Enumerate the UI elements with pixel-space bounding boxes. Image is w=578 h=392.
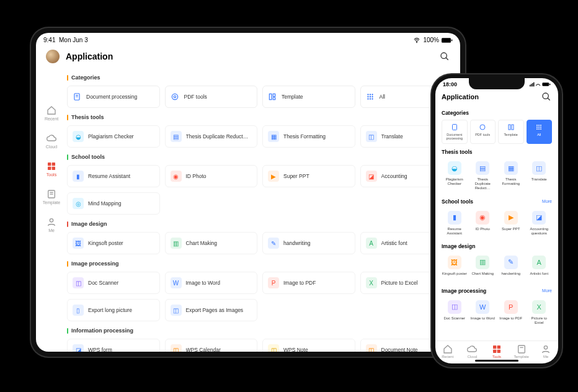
tool-picture-to-excel[interactable]: XPicture to Excel	[527, 298, 553, 327]
svg-rect-6	[52, 163, 55, 166]
svg-point-50	[540, 128, 541, 130]
tool-super-ppt[interactable]: ▶Super PPT	[498, 208, 524, 238]
ppt-icon: ▶	[268, 171, 279, 182]
phone-header: Application	[435, 89, 558, 105]
brush-icon: ✎	[268, 238, 279, 249]
search-button[interactable]	[541, 91, 552, 102]
school-tools-grid: ▮Resume Assistant ◉ID Photo ▶Super PPT ◪…	[442, 208, 552, 238]
tool-export-long-picture[interactable]: ▯Export long picture	[67, 299, 160, 321]
category-document-processing[interactable]: Document processing	[442, 120, 468, 144]
category-document-processing[interactable]: Document processing	[67, 86, 160, 108]
category-pdf-tools[interactable]: PDF tools	[470, 120, 496, 144]
tool-thesis-formatting[interactable]: ▦Thesis Formatting	[498, 159, 524, 194]
status-left: 9:41 Mon Jun 3	[43, 37, 88, 43]
tab-me[interactable]: Me	[533, 344, 558, 359]
tool-wps-calendar[interactable]: ◫WPS Calendar	[165, 339, 258, 352]
category-all[interactable]: All	[527, 120, 553, 144]
image-processing-grid: ◫Doc Scanner WImage to Word PImage to PD…	[67, 272, 453, 321]
tool-thesis-formatting[interactable]: ▦Thesis Formatting	[262, 125, 355, 148]
tab-tools[interactable]: Tools	[484, 344, 509, 359]
tool-id-photo[interactable]: ◉ID Photo	[165, 165, 258, 187]
sidebar-recent[interactable]: Recent	[45, 105, 58, 121]
tool-doc-scanner[interactable]: ◫Doc Scanner	[67, 272, 160, 294]
search-button[interactable]	[439, 51, 450, 62]
tool-chart-making[interactable]: ▥Chart Making	[165, 232, 258, 254]
tool-plagiarism-checker[interactable]: ◒Plagiarism Checker	[442, 159, 468, 194]
grid-icon	[47, 161, 56, 171]
tool-accounting-questions[interactable]: ◪Accounting questions	[527, 208, 553, 238]
category-template[interactable]: Template	[262, 86, 355, 108]
tool-chart-making[interactable]: ▥Chart Making	[470, 253, 496, 283]
notch	[469, 78, 525, 89]
tab-template[interactable]: Template	[509, 344, 534, 359]
tool-image-to-word[interactable]: WImage to Word	[165, 272, 258, 294]
category-row: Document processing PDF tools Template A…	[67, 86, 453, 108]
tool-label: Translate	[381, 133, 403, 140]
svg-point-0	[417, 42, 417, 42]
tool-label: Picture to Excel	[527, 316, 553, 325]
tool-translate[interactable]: ◫Translate	[527, 159, 553, 194]
translate-icon: ◫	[366, 131, 377, 142]
tool-wps-form[interactable]: ◪WPS form	[67, 339, 160, 352]
svg-point-43	[538, 125, 540, 126]
tool-resume-assistant[interactable]: ▮Resume Assistant	[442, 208, 468, 238]
tab-label: Tools	[492, 355, 501, 359]
tool-plagiarism-checker[interactable]: ◒Plagiarism Checker	[67, 125, 160, 148]
tool-thesis-duplicate[interactable]: ▤Thesis Duplicate Reduct…	[470, 159, 496, 194]
tool-artistic-font[interactable]: AArtistic font	[527, 253, 553, 283]
image-design-grid: 🖼Kingsoft poster ▥Chart Making ✎handwrit…	[67, 232, 453, 254]
tab-recent[interactable]: Recent	[435, 344, 460, 359]
reduce-icon: ▤	[476, 161, 489, 175]
school-more[interactable]: More	[542, 199, 552, 203]
sidebar-cloud[interactable]: Cloud	[46, 133, 57, 149]
tool-thesis-duplicate[interactable]: ▤Thesis Duplicate Reduct…	[165, 125, 258, 148]
tool-handwriting[interactable]: ✎handwriting	[498, 253, 524, 283]
longpic-icon: ▯	[73, 305, 84, 316]
phone-screen: 18:00 Application Categories Document pr…	[435, 78, 558, 363]
sidebar: Recent Cloud Tools Template Me	[36, 68, 67, 352]
tab-label: Recent	[442, 355, 453, 359]
avatar[interactable]	[46, 50, 60, 63]
wifi-icon	[413, 37, 420, 43]
category-pdf-tools[interactable]: PDF tools	[165, 86, 258, 108]
tool-kingsoft-poster[interactable]: 🖼Kingsoft poster	[67, 232, 160, 254]
image-design-title: Image design	[442, 243, 552, 249]
tool-handwriting[interactable]: ✎handwriting	[262, 232, 355, 254]
tool-wps-note[interactable]: ◫WPS Note	[262, 339, 355, 352]
status-indicators	[530, 81, 551, 87]
page-title: Application	[442, 93, 541, 100]
imgproc-more[interactable]: More	[542, 288, 552, 293]
sidebar-item-label: Tools	[47, 172, 56, 177]
image-processing-title: Image processingMore	[442, 288, 552, 294]
tool-resume-assistant[interactable]: ▮Resume Assistant	[67, 165, 160, 187]
tool-image-to-pdf[interactable]: PImage to PDF	[262, 272, 355, 294]
category-template[interactable]: Template	[498, 120, 524, 144]
tool-label: Thesis Duplicate Reduct…	[470, 177, 496, 191]
scanner-icon: ◫	[448, 300, 461, 314]
template-icon	[47, 189, 56, 199]
chart-icon: ▥	[171, 238, 182, 249]
tool-super-ppt[interactable]: ▶Super PPT	[262, 165, 355, 187]
tool-mind-mapping[interactable]: ◎Mind Mapping	[67, 192, 160, 215]
sidebar-me[interactable]: Me	[47, 217, 56, 233]
tool-doc-scanner[interactable]: ◫Doc Scanner	[442, 298, 468, 327]
tab-cloud[interactable]: Cloud	[460, 344, 485, 359]
accounting-icon: ◪	[532, 211, 546, 225]
tool-export-pages-images[interactable]: ◫Export Pages as Images	[165, 299, 258, 321]
sidebar-item-label: Recent	[45, 117, 58, 121]
tool-image-to-pdf[interactable]: PImage to PDF	[498, 298, 524, 327]
svg-rect-54	[497, 350, 500, 353]
tool-label: ID Photo	[476, 227, 490, 236]
search-icon	[440, 51, 450, 61]
tool-label: Plagiarism Checker	[88, 133, 134, 140]
svg-point-23	[371, 94, 373, 95]
sidebar-item-label: Me	[48, 228, 55, 233]
sidebar-template[interactable]: Template	[43, 189, 60, 205]
excel-icon: X	[532, 300, 546, 314]
sidebar-tools[interactable]: Tools	[47, 161, 56, 177]
tool-label: Document Note	[381, 347, 418, 352]
tool-image-to-word[interactable]: WImage to Word	[470, 298, 496, 327]
tool-kingsoft-poster[interactable]: 🖼Kingsoft poster	[442, 253, 468, 283]
tool-id-photo[interactable]: ◉ID Photo	[470, 208, 496, 238]
pdf-icon	[479, 123, 486, 131]
